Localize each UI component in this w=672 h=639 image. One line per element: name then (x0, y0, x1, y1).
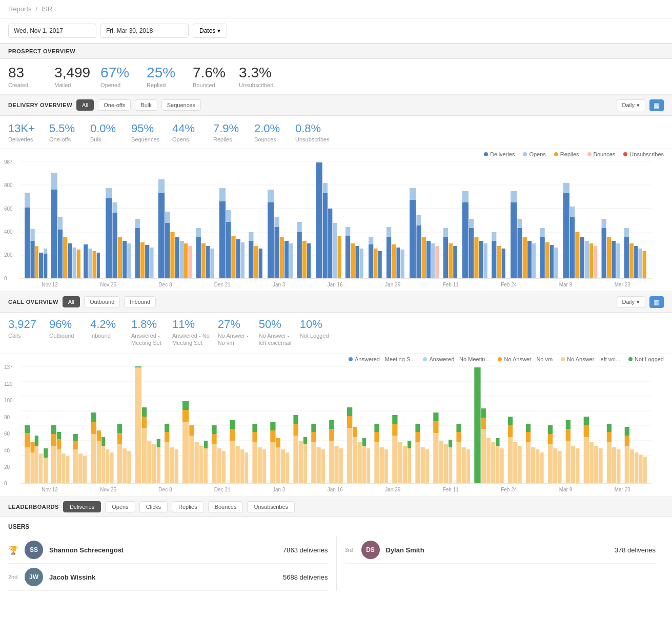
lb-tab-replies[interactable]: Replies (172, 501, 204, 512)
legend-replies: Replies (554, 151, 579, 157)
svg-rect-45 (184, 243, 188, 278)
svg-rect-129 (563, 193, 569, 278)
svg-rect-250 (321, 449, 325, 483)
svg-rect-331 (607, 432, 612, 442)
svg-rect-111 (479, 241, 483, 278)
breadcrumb: Reports / ISR (0, 0, 672, 18)
svg-rect-230 (252, 424, 257, 432)
tab-delivery-sequences[interactable]: Sequences (161, 99, 201, 111)
svg-rect-313 (540, 452, 544, 483)
call-daily-button[interactable]: Daily ▾ (617, 296, 645, 308)
svg-rect-107 (462, 191, 469, 202)
svg-rect-280 (421, 447, 425, 483)
delivery-x-labels: Nov 12Nov 25Dec 8Dec 21Jan 3Jan 16Jan 29… (21, 281, 651, 292)
tab-delivery-bulk[interactable]: Bulk (135, 99, 157, 111)
svg-rect-326 (584, 417, 589, 425)
svg-rect-220 (217, 448, 221, 483)
tab-delivery-all[interactable]: All (76, 99, 94, 111)
call-chart-type-button[interactable]: ▦ (649, 296, 664, 308)
start-date-input[interactable] (8, 24, 96, 38)
c-metric-answered-meeting: 1.8% Answered -Meeting Set (131, 318, 172, 349)
svg-rect-69 (289, 243, 293, 278)
svg-rect-204 (165, 432, 169, 442)
tab-call-all[interactable]: All (63, 296, 80, 307)
svg-rect-225 (236, 446, 240, 483)
svg-rect-196 (142, 428, 147, 483)
tab-call-inbound[interactable]: Inbound (124, 296, 156, 307)
svg-rect-90 (386, 227, 391, 237)
prospect-overview-header: PROSPECT OVERVIEW (0, 44, 672, 59)
svg-rect-9 (30, 229, 34, 241)
svg-rect-314 (548, 444, 553, 483)
svg-rect-133 (575, 232, 579, 278)
dates-dropdown-button[interactable]: Dates ▾ (193, 24, 227, 38)
legend-bounces: Bounces (587, 151, 616, 157)
svg-rect-338 (630, 449, 634, 483)
svg-rect-237 (276, 438, 280, 447)
svg-rect-272 (392, 415, 397, 424)
legend-deliveries: Deliveries (484, 151, 515, 157)
svg-rect-122 (527, 241, 532, 278)
svg-rect-25 (97, 253, 100, 278)
call-y-labels: 137120100806040200 (4, 364, 13, 486)
svg-rect-35 (140, 242, 145, 278)
metric-created: 83 Created (8, 65, 54, 88)
svg-rect-169 (51, 425, 56, 434)
lb-tab-opens[interactable]: Opens (105, 501, 135, 512)
svg-rect-71 (297, 222, 302, 232)
lb-tab-clicks[interactable]: Clicks (139, 501, 168, 512)
svg-rect-247 (311, 432, 316, 442)
svg-rect-333 (612, 447, 616, 483)
svg-rect-160 (30, 452, 34, 483)
tab-delivery-oneoffs[interactable]: One-offs (98, 99, 131, 111)
svg-rect-263 (362, 438, 366, 446)
svg-rect-67 (280, 237, 284, 278)
lb-tab-deliveries[interactable]: Deliveries (63, 501, 101, 512)
svg-rect-327 (589, 442, 594, 483)
legend-unsubscribes: Unsubscribes (623, 151, 664, 157)
svg-rect-124 (540, 237, 545, 278)
breadcrumb-parent[interactable]: Reports (8, 5, 32, 13)
d-metric-replies: 7.9% Replies (213, 122, 254, 142)
svg-rect-99 (426, 241, 431, 278)
svg-rect-112 (484, 243, 487, 278)
users-section: USERS 🏆 SS Shannon Schrecengost 7863 del… (0, 517, 672, 597)
svg-rect-184 (97, 430, 101, 441)
svg-rect-91 (392, 244, 396, 278)
svg-rect-178 (78, 454, 83, 483)
svg-rect-324 (584, 437, 589, 483)
svg-rect-63 (268, 202, 274, 278)
svg-rect-97 (416, 215, 421, 225)
lb-tab-bounces[interactable]: Bounces (208, 501, 243, 512)
svg-rect-136 (589, 243, 593, 278)
user-deliveries-2: 5688 deliveries (283, 573, 328, 581)
svg-rect-195 (135, 366, 141, 367)
delivery-daily-button[interactable]: Daily ▾ (617, 99, 645, 111)
svg-rect-126 (545, 242, 549, 278)
svg-rect-206 (170, 447, 174, 483)
c-metric-no-answer-no-vm: 27% No Answer -No vm (218, 318, 259, 349)
tab-call-outbound[interactable]: Outbound (84, 296, 120, 307)
svg-rect-76 (323, 183, 328, 193)
lb-tab-unsubscribes[interactable]: Unsubscribes (247, 501, 295, 512)
svg-rect-320 (566, 429, 571, 441)
svg-rect-114 (492, 232, 496, 241)
svg-rect-276 (408, 441, 411, 448)
d-metric-bulk: 0.0% Bulk (90, 122, 131, 142)
svg-rect-285 (439, 441, 443, 483)
svg-rect-287 (449, 447, 452, 483)
svg-rect-134 (580, 237, 584, 278)
svg-rect-305 (508, 417, 513, 425)
svg-rect-116 (502, 249, 505, 278)
svg-rect-113 (492, 241, 496, 278)
metric-bounced: 7.6% Bounced (193, 65, 239, 88)
svg-rect-87 (374, 249, 377, 278)
metric-unsubscribed: 3.3% Unsubscribed (239, 65, 285, 88)
delivery-chart-type-button[interactable]: ▦ (649, 99, 664, 111)
svg-rect-330 (607, 442, 612, 483)
svg-rect-34 (135, 219, 140, 228)
svg-rect-208 (182, 422, 189, 483)
svg-rect-191 (117, 424, 122, 433)
svg-rect-181 (91, 422, 96, 434)
end-date-input[interactable] (100, 24, 189, 38)
